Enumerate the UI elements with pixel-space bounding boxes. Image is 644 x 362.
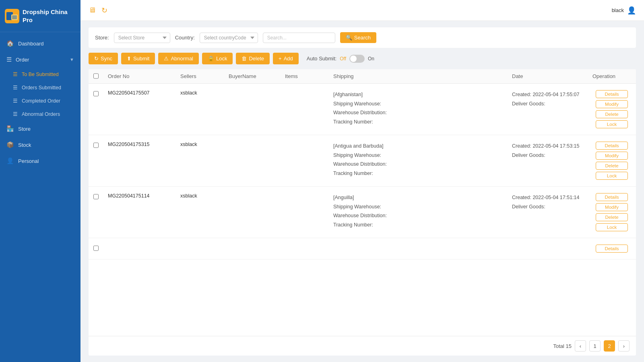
sidebar-item-dashboard-label: Dashboard: [18, 41, 44, 47]
row3-date: Created: 2022-05-04 17:51:14 Deliver Goo…: [507, 193, 588, 211]
auto-submit-control: Auto Submit: Off On: [307, 55, 374, 63]
row2-shipping: [Antigua and Barbuda] Shipping Warehouse…: [328, 142, 507, 178]
sidebar-item-abnormal-orders-label: Abnormal Orders: [22, 111, 60, 117]
lock-button[interactable]: 🔒 Lock: [202, 53, 233, 64]
sidebar-item-orders-submitted[interactable]: ☰ Orders Submitted: [0, 81, 80, 94]
row1-order-no: MG220504175507: [103, 90, 175, 96]
row1-date: Created: 2022-05-04 17:55:07 Deliver Goo…: [507, 90, 588, 108]
chevron-down-icon: ▼: [70, 57, 74, 62]
row4-operations: Details: [588, 245, 636, 253]
row2-delete-btn[interactable]: Delete: [596, 162, 628, 170]
sidebar-item-stock[interactable]: 📦 Stock: [0, 137, 80, 153]
row2-date: Created: 2022-05-04 17:53:15 Deliver Goo…: [507, 142, 588, 160]
row2-checkbox-cell: [89, 142, 103, 148]
delete-label: Delete: [249, 56, 264, 62]
delete-button[interactable]: 🗑 Delete: [236, 53, 270, 64]
topbar-left: 🖥 ↻: [89, 6, 107, 15]
row2-sellers: xsblack: [175, 142, 224, 147]
row1-lock-btn[interactable]: Lock: [596, 120, 628, 128]
row3-lock-btn[interactable]: Lock: [596, 223, 628, 231]
sidebar-item-to-be-submitted[interactable]: ☰ To Be Submitted: [0, 68, 80, 81]
row1-delete-btn[interactable]: Delete: [596, 110, 628, 118]
sidebar-item-store[interactable]: 🏪 Store: [0, 121, 80, 137]
submit-label: Submit: [133, 56, 149, 62]
sidebar-nav: 🏠 Dashboard ☰ Order ▼ ☰ To Be Submitted …: [0, 32, 80, 362]
row2-modify-btn[interactable]: Modify: [596, 152, 628, 160]
search-input[interactable]: [263, 33, 335, 43]
next-page-btn[interactable]: ›: [618, 340, 630, 352]
filter-row: Store: Select Store Country: Select coun…: [89, 27, 636, 48]
auto-submit-toggle[interactable]: [349, 55, 365, 63]
row1-details-btn[interactable]: Details: [596, 90, 628, 98]
warning-icon: ⚠: [164, 56, 169, 62]
upload-icon: ⬆: [127, 56, 131, 62]
delete-icon: 🗑: [242, 56, 247, 62]
country-select[interactable]: Select countryCode: [200, 33, 258, 43]
row3-checkbox-cell: [89, 193, 103, 200]
sidebar-item-completed-order-label: Completed Order: [22, 98, 60, 104]
col-operation: Operation: [588, 73, 636, 79]
abnormal-button[interactable]: ⚠ Abnormal: [158, 53, 199, 64]
add-button[interactable]: + Add: [273, 53, 299, 64]
sync-button[interactable]: ↻ Sync: [89, 53, 118, 64]
row4-details-btn[interactable]: Details: [596, 245, 628, 253]
sidebar-item-dashboard[interactable]: 🏠 Dashboard: [0, 35, 80, 51]
personal-icon: 👤: [6, 157, 14, 165]
store-select[interactable]: Select Store: [114, 33, 170, 43]
toggle-knob: [350, 56, 357, 62]
row4-checkbox[interactable]: [93, 245, 99, 251]
header-checkbox-cell: [89, 73, 103, 79]
total-label: Total 15: [553, 343, 572, 349]
abnormal-label: Abnormal: [171, 56, 193, 62]
row1-checkbox[interactable]: [93, 91, 99, 97]
row4-checkbox-cell: [89, 245, 103, 251]
logo-icon: [5, 9, 19, 23]
table-row: MG220504175507 xsblack [Afghanistan] Shi…: [89, 84, 636, 135]
off-label: Off: [340, 56, 346, 62]
store-label: Store:: [95, 35, 109, 41]
prev-page-btn[interactable]: ‹: [575, 340, 586, 352]
table-row: MG220504175315 xsblack [Antigua and Barb…: [89, 135, 636, 187]
row2-operations: Details Modify Delete Lock: [588, 142, 636, 180]
monitor-icon[interactable]: 🖥: [89, 6, 96, 14]
row2-details-btn[interactable]: Details: [596, 142, 628, 150]
submit-button[interactable]: ⬆ Submit: [121, 53, 155, 64]
add-label: Add: [284, 56, 293, 62]
sidebar-item-to-be-submitted-label: To Be Submitted: [22, 72, 59, 77]
row3-checkbox[interactable]: [93, 194, 99, 200]
search-icon: 🔍: [346, 35, 352, 41]
row3-details-btn[interactable]: Details: [596, 193, 628, 201]
main-content: 🖥 ↻ black 👤 Store: Select Store Country:…: [80, 0, 644, 362]
sidebar-item-order[interactable]: ☰ Order ▼: [0, 51, 80, 68]
row3-modify-btn[interactable]: Modify: [596, 203, 628, 211]
col-sellers: Sellers: [175, 73, 224, 79]
row2-lock-btn[interactable]: Lock: [596, 172, 628, 180]
topbar: 🖥 ↻ black 👤: [80, 0, 644, 21]
sidebar-item-abnormal-orders[interactable]: ☰ Abnormal Orders: [0, 107, 80, 121]
row3-sellers: xsblack: [175, 193, 224, 199]
row1-modify-btn[interactable]: Modify: [596, 100, 628, 108]
row1-operations: Details Modify Delete Lock: [588, 90, 636, 128]
home-icon: 🏠: [6, 40, 14, 47]
on-label: On: [368, 56, 374, 62]
table-row: MG220504175114 xsblack [Anguilla] Shippi…: [89, 187, 636, 238]
sync-label: Sync: [101, 56, 112, 62]
row1-checkbox-cell: [89, 90, 103, 97]
page-2-btn[interactable]: 2: [604, 340, 615, 352]
list-icon-3: ☰: [13, 98, 18, 104]
search-button[interactable]: 🔍 Search: [340, 32, 376, 43]
select-all-checkbox[interactable]: [93, 73, 99, 79]
table-row: Details: [89, 238, 636, 259]
sidebar-item-completed-order[interactable]: ☰ Completed Order: [0, 94, 80, 107]
logo: Dropship China Pro: [0, 0, 80, 32]
col-date: Date: [507, 73, 588, 79]
refresh-icon[interactable]: ↻: [101, 6, 107, 15]
sidebar-item-personal[interactable]: 👤 Personal: [0, 153, 80, 169]
table-header: Order No Sellers BuyerName Items Shippin…: [89, 69, 636, 84]
page-1-btn[interactable]: 1: [589, 340, 601, 352]
row3-shipping: [Anguilla] Shipping Warehouse: Warehouse…: [328, 193, 507, 229]
row3-delete-btn[interactable]: Delete: [596, 213, 628, 221]
lock-label: Lock: [216, 56, 227, 62]
row2-checkbox[interactable]: [93, 142, 99, 148]
row2-order-no: MG220504175315: [103, 142, 175, 147]
